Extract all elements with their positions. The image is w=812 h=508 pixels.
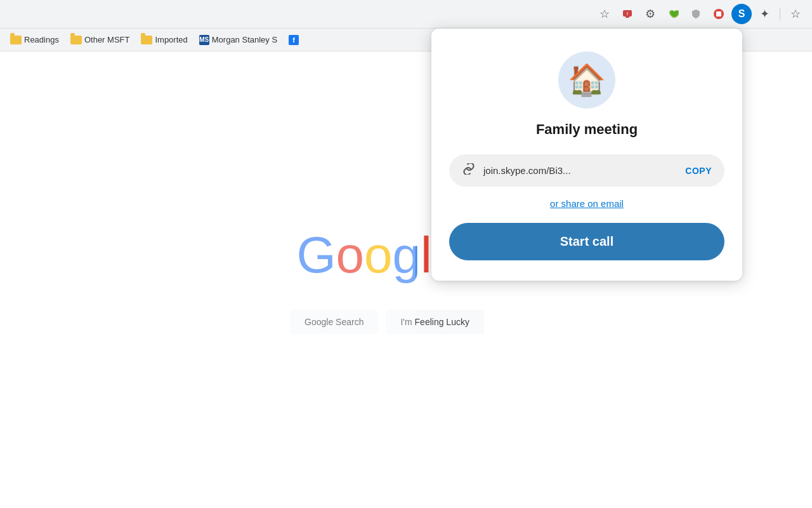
bookmark-morgan-label: Morgan Stanley S bbox=[212, 35, 277, 44]
meeting-avatar: 🏠 bbox=[558, 51, 615, 109]
ms-favicon: MS bbox=[199, 35, 209, 45]
invite-link-url: join.skype.com/Bi3... bbox=[483, 165, 678, 176]
bookmark-readings-label: Readings bbox=[24, 35, 59, 44]
bookmark-other-msft-label: Other MSFT bbox=[84, 35, 130, 44]
bookmark-morgan-stanley[interactable]: MS Morgan Stanley S bbox=[194, 32, 282, 48]
toolbar-icons: ☆ ! ⚙ S ✦ ☆ bbox=[594, 4, 806, 24]
fb-favicon: f bbox=[289, 35, 299, 45]
search-buttons: Google Search I'm Feeling Lucky bbox=[290, 310, 484, 334]
svg-rect-4 bbox=[716, 11, 721, 17]
folder-icon bbox=[70, 36, 82, 44]
shield-gray-icon[interactable] bbox=[686, 4, 706, 24]
bookmark-imported-label: Imported bbox=[155, 35, 187, 44]
settings-icon[interactable]: ⚙ bbox=[640, 4, 660, 24]
skype-icon[interactable]: S bbox=[731, 4, 752, 24]
start-call-button[interactable]: Start call bbox=[449, 223, 724, 260]
separator bbox=[780, 8, 780, 20]
svg-text:!: ! bbox=[627, 11, 628, 16]
link-icon bbox=[462, 163, 476, 178]
bookmark-other-msft[interactable]: Other MSFT bbox=[65, 32, 135, 47]
heart-shield-icon[interactable] bbox=[663, 4, 683, 24]
invite-link-box: join.skype.com/Bi3... COPY bbox=[449, 154, 724, 187]
add-bookmark-icon[interactable]: ☆ bbox=[594, 4, 615, 24]
bookmark-imported[interactable]: Imported bbox=[136, 32, 192, 47]
bookmark-facebook[interactable]: f bbox=[284, 32, 304, 48]
stop-icon[interactable] bbox=[709, 4, 729, 24]
browser-toolbar: ☆ ! ⚙ S ✦ ☆ bbox=[0, 0, 812, 29]
extensions-icon[interactable]: ✦ bbox=[754, 4, 775, 24]
g-letter-5: l bbox=[421, 227, 432, 283]
g-letter-4: g bbox=[393, 226, 421, 284]
folder-icon bbox=[10, 36, 22, 44]
skype-popup: 🏠 Family meeting join.skype.com/Bi3... C… bbox=[431, 29, 742, 281]
google-search-button[interactable]: Google Search bbox=[290, 310, 378, 334]
svg-rect-1 bbox=[625, 17, 629, 18]
g-letter-3: o bbox=[364, 226, 393, 284]
alert-icon[interactable]: ! bbox=[617, 4, 638, 24]
share-email-link[interactable]: or share on email bbox=[550, 198, 624, 209]
folder-icon bbox=[141, 36, 152, 44]
g-letter-1: G bbox=[296, 226, 336, 284]
feeling-lucky-button[interactable]: I'm Feeling Lucky bbox=[386, 310, 484, 334]
bookmark-readings[interactable]: Readings bbox=[5, 32, 64, 47]
g-letter-2: o bbox=[336, 226, 365, 284]
profile-icon[interactable]: ☆ bbox=[785, 4, 806, 24]
meeting-title: Family meeting bbox=[536, 121, 638, 138]
copy-link-button[interactable]: COPY bbox=[685, 166, 712, 176]
